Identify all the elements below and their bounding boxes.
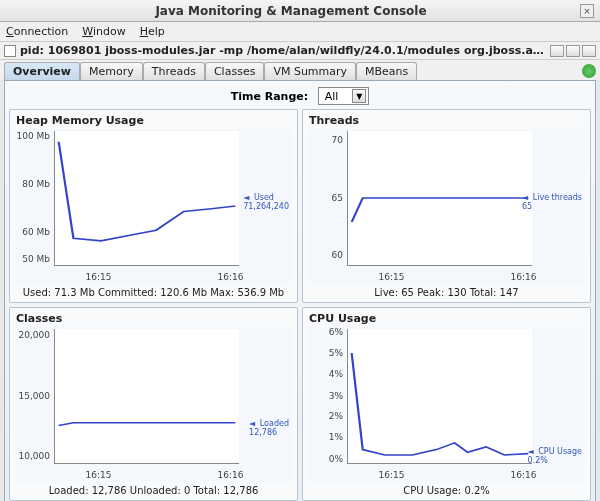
content-pane: Time Range: All ▼ Heap Memory Usage 100 … <box>4 80 596 501</box>
pid-text: pid: 1069801 jboss-modules.jar -mp /home… <box>20 44 550 57</box>
panel-cpu-footer: CPU Usage: 0.2% <box>309 482 584 496</box>
panel-classes: Classes 20,000 15,000 10,000 16:15 16:16… <box>9 307 298 501</box>
tab-threads[interactable]: Threads <box>143 62 205 80</box>
panel-heap-title: Heap Memory Usage <box>16 114 291 127</box>
time-range-row: Time Range: All ▼ <box>9 85 591 109</box>
tab-memory[interactable]: Memory <box>80 62 143 80</box>
menubar: Connection Window Help <box>0 22 600 42</box>
time-range-value: All <box>321 90 353 103</box>
minimize-icon[interactable] <box>566 45 580 57</box>
time-range-label: Time Range: <box>231 90 308 103</box>
panel-threads: Threads 70 65 60 16:15 16:16 Live thread… <box>302 109 591 303</box>
chart-cpu[interactable]: 6% 5% 4% 3% 2% 1% 0% 16:15 16:16 CPU Usa… <box>309 327 584 482</box>
tab-classes[interactable]: Classes <box>205 62 264 80</box>
restore-icon[interactable] <box>550 45 564 57</box>
pid-checkbox[interactable] <box>4 45 16 57</box>
chart-grid: Heap Memory Usage 100 Mb 80 Mb 60 Mb 50 … <box>9 109 591 501</box>
connection-status-icon <box>582 64 596 78</box>
tabbar: Overview Memory Threads Classes VM Summa… <box>0 60 600 80</box>
panel-cpu-title: CPU Usage <box>309 312 584 325</box>
time-range-select[interactable]: All ▼ <box>318 87 370 105</box>
menu-window[interactable]: Window <box>82 25 125 38</box>
pid-bar: pid: 1069801 jboss-modules.jar -mp /home… <box>0 42 600 60</box>
chart-heap[interactable]: 100 Mb 80 Mb 60 Mb 50 Mb 16:15 16:16 Use… <box>16 129 291 284</box>
panel-heap: Heap Memory Usage 100 Mb 80 Mb 60 Mb 50 … <box>9 109 298 303</box>
maximize-icon[interactable] <box>582 45 596 57</box>
menu-connection[interactable]: Connection <box>6 25 68 38</box>
panel-heap-footer: Used: 71.3 Mb Committed: 120.6 Mb Max: 5… <box>16 284 291 298</box>
panel-threads-title: Threads <box>309 114 584 127</box>
panel-cpu: CPU Usage 6% 5% 4% 3% 2% 1% 0% 16:15 <box>302 307 591 501</box>
menu-help[interactable]: Help <box>140 25 165 38</box>
window-title: Java Monitoring & Management Console <box>6 4 576 18</box>
chart-threads[interactable]: 70 65 60 16:15 16:16 Live threads 65 <box>309 129 584 284</box>
panel-classes-footer: Loaded: 12,786 Unloaded: 0 Total: 12,786 <box>16 482 291 496</box>
chevron-down-icon: ▼ <box>352 89 366 103</box>
titlebar: Java Monitoring & Management Console × <box>0 0 600 22</box>
tab-overview[interactable]: Overview <box>4 62 80 80</box>
tab-vm-summary[interactable]: VM Summary <box>264 62 356 80</box>
panel-threads-footer: Live: 65 Peak: 130 Total: 147 <box>309 284 584 298</box>
chart-classes[interactable]: 20,000 15,000 10,000 16:15 16:16 Loaded … <box>16 327 291 482</box>
close-icon[interactable]: × <box>580 4 594 18</box>
tab-mbeans[interactable]: MBeans <box>356 62 417 80</box>
panel-classes-title: Classes <box>16 312 291 325</box>
